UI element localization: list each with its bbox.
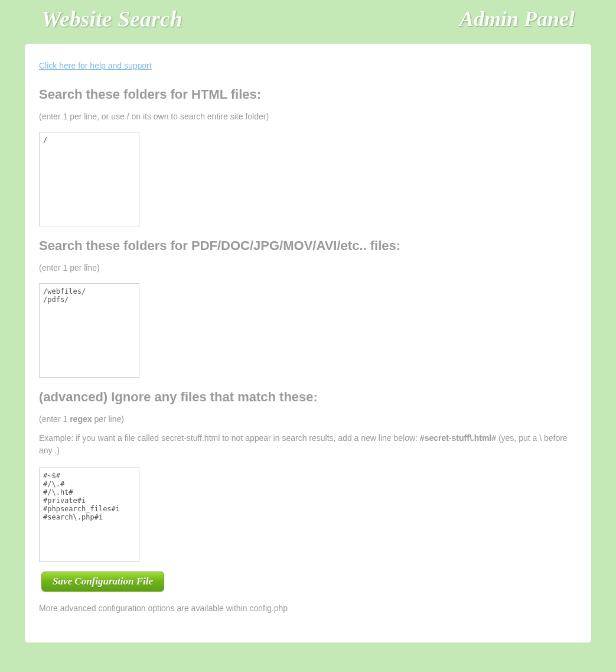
footer-note: More advanced configuration options are …: [39, 603, 577, 613]
ignore-files-hint: (enter 1 regex per line): [39, 414, 577, 424]
panel-title: Admin Panel: [459, 7, 575, 31]
ignore-files-heading: (advanced) Ignore any files that match t…: [39, 389, 577, 405]
ignore-files-example: Example: if you want a file called secre…: [39, 432, 577, 457]
media-folders-hint: (enter 1 per line): [39, 263, 577, 272]
html-folders-textarea[interactable]: [39, 132, 139, 226]
help-link[interactable]: Click here for help and support: [39, 61, 152, 70]
media-folders-textarea[interactable]: [39, 283, 139, 378]
save-configuration-button[interactable]: Save Configuration File: [41, 572, 164, 592]
html-folders-hint: (enter 1 per line, or use / on its own t…: [39, 112, 577, 121]
app-title: Website Search: [41, 6, 182, 32]
main-panel: Click here for help and support Search t…: [25, 44, 591, 642]
html-folders-heading: Search these folders for HTML files:: [39, 87, 577, 102]
ignore-files-textarea[interactable]: [39, 468, 139, 562]
media-folders-heading: Search these folders for PDF/DOC/JPG/MOV…: [39, 238, 577, 254]
header: Website Search Admin Panel: [0, 0, 616, 44]
